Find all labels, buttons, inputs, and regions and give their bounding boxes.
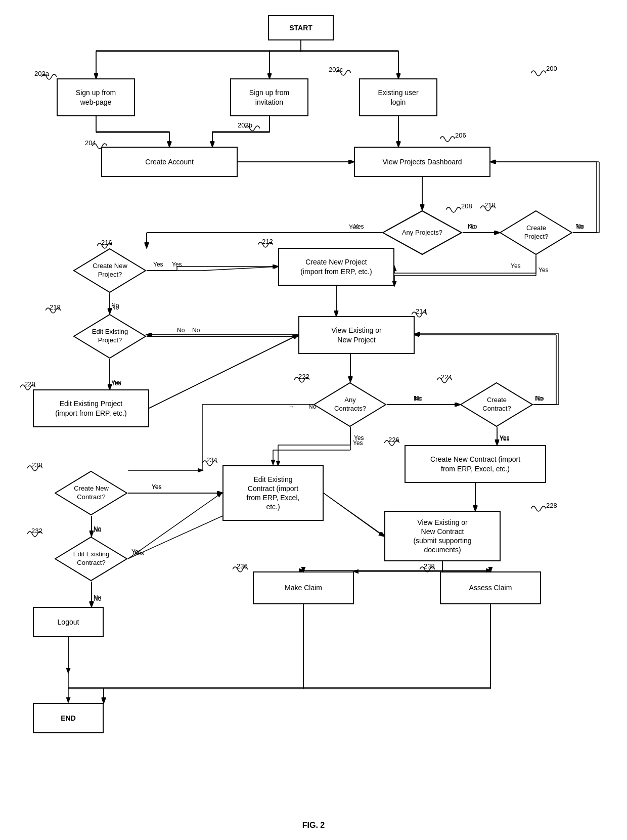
svg-text:Yes: Yes [111, 379, 121, 386]
end-node: END [33, 703, 104, 733]
squiggle-228 [531, 504, 546, 513]
create-new-contract-226-node: Create New Contract (importfrom ERP, Exc… [405, 445, 546, 483]
edit-existing-contract-232-node: Edit ExistingContract? [55, 536, 128, 582]
svg-text:No: No [94, 594, 102, 601]
assess-claim-label: Assess Claim [469, 583, 512, 592]
view-existing-new-contract-label: View Existing orNew Contract(submit supp… [413, 518, 471, 555]
svg-text:No: No [468, 223, 476, 230]
start-node: START [268, 15, 334, 40]
squiggle-232 [27, 529, 42, 538]
squiggle-230 [27, 463, 42, 472]
svg-text:Yes: Yes [354, 434, 364, 441]
squiggle-236 [233, 564, 248, 573]
view-existing-new-project-node: View Existing orNew Project [298, 316, 415, 354]
squiggle-238 [420, 564, 435, 573]
svg-text:No: No [576, 223, 585, 230]
view-projects-dashboard-node: View Projects Dashboard [354, 147, 490, 177]
signup-invitation-node: Sign up frominvitation [230, 78, 308, 116]
signup-webpage-node: Sign up fromweb-page [57, 78, 135, 116]
squiggle-200 [531, 68, 546, 77]
existing-user-login-node: Existing userlogin [359, 78, 437, 116]
edit-existing-contract-232-label: Edit ExistingContract? [68, 550, 115, 567]
svg-text:No: No [536, 395, 544, 402]
svg-text:No: No [415, 395, 423, 402]
any-projects-label: Any Projects? [397, 229, 447, 237]
squiggle-226 [384, 438, 399, 447]
squiggle-218 [46, 305, 61, 315]
start-label: START [289, 23, 312, 32]
svg-text:No: No [111, 302, 119, 309]
logout-label: Logout [58, 617, 79, 627]
fig-caption: FIG. 2 [0, 821, 627, 830]
label-200: 200 [546, 65, 557, 72]
create-new-project-216-node: Create NewProject? [73, 248, 147, 293]
create-contract-224-node: CreateContract? [460, 382, 533, 427]
create-new-project-212-label: Create New Project(import from ERP, etc.… [300, 257, 372, 276]
squiggle-210 [480, 203, 496, 212]
svg-text:Yes: Yes [131, 548, 142, 555]
svg-text:No: No [192, 327, 200, 334]
squiggle-224 [437, 375, 452, 384]
squiggle-206 [440, 134, 455, 143]
create-new-contract-230-node: Create NewContract? [55, 470, 128, 516]
edit-existing-project-220-label: Edit Existing Project(import from ERP, e… [55, 399, 126, 417]
view-existing-new-project-label: View Existing orNew Project [331, 326, 381, 344]
svg-text:Yes: Yes [354, 223, 364, 230]
create-account-node: Create Account [101, 147, 238, 177]
svg-text:Yes: Yes [172, 261, 182, 268]
existing-user-login-label: Existing userlogin [378, 88, 418, 106]
edit-existing-contract-234-label: Edit ExistingContract (importfrom ERP, E… [247, 475, 300, 512]
edit-existing-project-218-label: Edit ExistingProject? [87, 328, 133, 345]
view-projects-dashboard-label: View Projects Dashboard [383, 157, 462, 166]
create-account-label: Create Account [145, 157, 194, 166]
any-contracts-node: AnyContracts? [314, 382, 387, 427]
signup-invitation-label: Sign up frominvitation [249, 88, 289, 106]
view-existing-new-contract-node: View Existing orNew Contract(submit supp… [384, 511, 501, 561]
squiggle-222 [294, 375, 309, 384]
svg-text:Yes: Yes [511, 262, 521, 270]
create-new-contract-230-label: Create NewContract? [69, 484, 114, 502]
signup-webpage-label: Sign up fromweb-page [76, 88, 116, 106]
edit-existing-project-218-node: Edit ExistingProject? [73, 314, 147, 359]
diagram-container: Yes No Yes No Yes No Yes No [0, 0, 627, 840]
create-contract-224-label: CreateContract? [477, 396, 516, 413]
squiggle-234 [202, 458, 217, 467]
create-new-project-212-node: Create New Project(import from ERP, etc.… [278, 248, 394, 286]
create-new-project-216-label: Create NewProject? [87, 262, 132, 279]
svg-text:Yes: Yes [500, 434, 510, 441]
svg-line-40 [149, 335, 298, 408]
make-claim-label: Make Claim [285, 583, 322, 592]
edit-existing-project-220-node: Edit Existing Project(import from ERP, e… [33, 389, 149, 427]
label-208: 208 [461, 202, 472, 210]
squiggle-212 [258, 240, 273, 249]
svg-text:No: No [94, 525, 102, 533]
svg-line-30 [202, 267, 278, 271]
any-contracts-label: AnyContracts? [329, 396, 371, 413]
squiggle-202b [245, 123, 260, 132]
create-new-contract-226-label: Create New Contract (importfrom ERP, Exc… [430, 455, 520, 473]
svg-line-59 [324, 493, 384, 536]
assess-claim-node: Assess Claim [440, 571, 541, 604]
create-project-210-label: CreateProject? [519, 224, 554, 241]
logout-node: Logout [33, 607, 104, 637]
label-206: 206 [455, 131, 466, 139]
end-label: END [61, 714, 76, 723]
squiggle-202c [336, 68, 351, 77]
squiggle-202a [41, 72, 57, 81]
svg-text:Yes: Yes [152, 483, 162, 491]
create-project-210-node: CreateProject? [500, 210, 573, 255]
label-228: 228 [546, 502, 557, 509]
make-claim-node: Make Claim [253, 571, 354, 604]
edit-existing-contract-234-node: Edit ExistingContract (importfrom ERP, E… [222, 465, 324, 521]
